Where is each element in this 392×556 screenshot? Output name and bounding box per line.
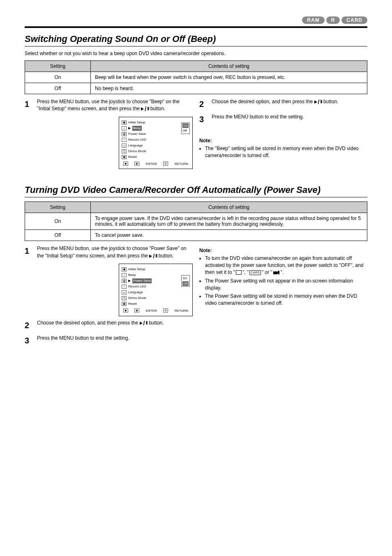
- diagram-title: Initial Setup: [128, 120, 145, 125]
- step-text: Press the MENU button to end the setting…: [212, 114, 304, 120]
- diagram-sub: On: [182, 123, 189, 128]
- diagram-item: Reset: [128, 155, 137, 160]
- diagram-item: Demo Mode: [128, 149, 146, 154]
- diagram-item: Reset: [128, 301, 137, 306]
- diagram-item: Beep: [132, 126, 142, 131]
- step-1-body: Press the MENU button, use the joystick …: [37, 245, 193, 316]
- step-text: button.: [159, 253, 174, 259]
- play-pause-icon: /II: [140, 320, 148, 327]
- power-save-settings-table: Setting Contents of setting On To engage…: [25, 202, 367, 241]
- diagram-item: Power Save: [132, 278, 152, 283]
- table-header: Contents of setting: [91, 61, 367, 72]
- camera-icon: ▣: [122, 267, 127, 271]
- still-mode-icon: [236, 270, 242, 275]
- step-text: button.: [323, 99, 339, 104]
- note-text: " or ": [262, 269, 272, 275]
- svg-point-3: [279, 271, 279, 272]
- diagram-item: Record LED: [128, 137, 146, 142]
- note-bullet: To turn the DVD video camera/recorder on…: [205, 255, 367, 276]
- note-text: ", ": [242, 269, 249, 275]
- card-mode-icon: CARD: [249, 270, 261, 275]
- step-2-body: Choose the desired option, and then pres…: [37, 320, 193, 331]
- led-icon: ○: [122, 138, 127, 142]
- table-cell: To cancel power save.: [91, 230, 367, 241]
- step-number: 3: [25, 335, 33, 347]
- table-header: Setting: [25, 61, 91, 72]
- demo-icon: ◫: [122, 149, 127, 153]
- lang-icon: ▭: [122, 290, 127, 294]
- badge-card: CARD: [341, 16, 367, 24]
- diagram-submenu: On Off: [181, 123, 190, 134]
- step-1-body: Press the MENU button, use the joystick …: [37, 98, 193, 169]
- section-title-power-save: Turning DVD Video Camera/Recorder Off Au…: [25, 185, 367, 195]
- step-number: 3: [199, 114, 208, 125]
- divider: [25, 197, 367, 197]
- note-bullet: The "Beep" setting will be stored in mem…: [205, 145, 367, 159]
- badge-r: R: [326, 16, 340, 24]
- diagram-footer: RETURN: [175, 308, 188, 313]
- step-text: Press the MENU button to end the setting…: [37, 335, 129, 341]
- bell-icon: ♪: [122, 273, 127, 277]
- bell-icon: ♪: [122, 126, 127, 130]
- table-cell: To engage power save. If the DVD video c…: [91, 213, 367, 230]
- enter-foot-icon: ◉: [134, 162, 139, 166]
- video-mode-icon: [273, 270, 280, 275]
- step-text: Choose the desired option, and then pres…: [37, 320, 138, 326]
- note-heading: Note:: [199, 138, 367, 144]
- table-cell: Off: [25, 230, 91, 241]
- svg-rect-0: [273, 271, 277, 274]
- step-3-body: Press the MENU button to end the setting…: [212, 114, 367, 125]
- note-heading: Note:: [199, 248, 367, 253]
- step-number: 1: [25, 98, 33, 169]
- table-header: Contents of setting: [91, 202, 367, 213]
- divider: [25, 46, 367, 46]
- lang-icon: ▭: [122, 144, 127, 148]
- menu-diagram-power-save: ▣Initial Setup ♪Beep ⏻▶Power Save On Off…: [119, 264, 193, 316]
- table-header: Setting: [25, 202, 91, 213]
- divider: [25, 26, 367, 28]
- power-icon: ⏻: [122, 132, 127, 136]
- diagram-title: Initial Setup: [128, 267, 145, 272]
- step-3-body: Press the MENU button to end the setting…: [37, 335, 193, 347]
- table-cell: No beep is heard.: [91, 83, 367, 94]
- diagram-sub: Off: [182, 281, 189, 286]
- media-badges: RAM R CARD: [25, 16, 367, 24]
- diagram-footer: ENTER: [146, 162, 157, 167]
- camera-icon: ▣: [122, 120, 127, 125]
- note-bullet: The Power Save setting will be stored in…: [205, 293, 367, 307]
- diagram-footer: RETURN: [175, 162, 188, 167]
- play-icon: ▶: [123, 162, 128, 166]
- step-number: 1: [25, 245, 33, 316]
- step-number: 2: [199, 98, 208, 110]
- diagram-item: Language: [128, 143, 143, 148]
- section-title-beep: Switching Operating Sound On or Off (Bee…: [25, 34, 367, 44]
- diagram-item: Demo Mode: [128, 296, 146, 301]
- reset-icon: ▦: [122, 155, 127, 159]
- diagram-item: Power Save: [128, 132, 146, 137]
- return-foot-icon: ⊘: [163, 308, 168, 313]
- step-2-body: Choose the desired option, and then pres…: [212, 98, 367, 110]
- beep-subtitle: Select whether or not you wish to hear a…: [25, 51, 367, 56]
- play-pause-icon: /II: [141, 106, 149, 112]
- step-text: button.: [150, 106, 166, 111]
- table-cell: Off: [25, 83, 91, 94]
- step-text: Choose the desired option, and then pres…: [212, 99, 313, 104]
- enter-foot-icon: ◉: [134, 308, 139, 313]
- table-cell: On: [25, 72, 91, 83]
- diagram-sub: On: [182, 276, 189, 281]
- beep-settings-table: Setting Contents of setting On Beep will…: [25, 60, 367, 94]
- power-icon: ⏻: [122, 279, 127, 283]
- diagram-item: Beep: [128, 273, 136, 278]
- note-text: ".: [281, 269, 284, 275]
- note-bullet: The Power Save setting will not appear i…: [205, 278, 367, 292]
- menu-diagram-beep: ▣Initial Setup ♪▶Beep On Off ⏻Power Save…: [119, 117, 193, 169]
- play-pause-icon: /II: [149, 253, 157, 259]
- return-foot-icon: ⊘: [163, 162, 168, 166]
- step-text: button.: [149, 320, 164, 326]
- reset-icon: ▦: [122, 302, 127, 306]
- diagram-item: Record LED: [128, 284, 146, 289]
- play-icon: ▶: [123, 308, 128, 313]
- led-icon: ○: [122, 285, 127, 289]
- diagram-footer: ENTER: [146, 308, 157, 313]
- diagram-submenu: On Off: [181, 275, 190, 287]
